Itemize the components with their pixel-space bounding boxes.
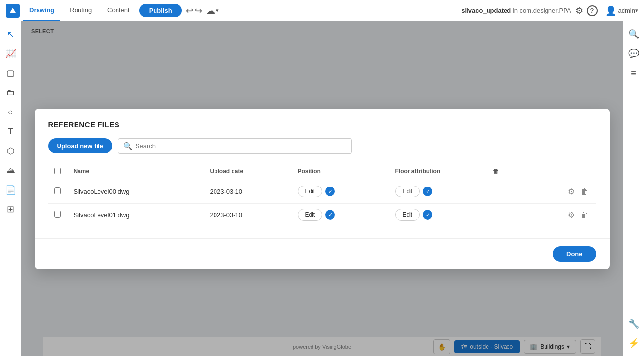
cloud-button[interactable]: ☁ ▾ bbox=[206, 5, 219, 16]
right-search-button[interactable]: 🔍 bbox=[625, 25, 643, 43]
row-floor-edit-0[interactable]: Edit bbox=[395, 186, 420, 197]
reference-files-modal: REFERENCE FILES Upload new file 🔍 bbox=[35, 109, 610, 269]
cloud-dropdown-icon: ▾ bbox=[216, 7, 219, 14]
sidebar-rect-tool[interactable]: ▢ bbox=[2, 64, 20, 82]
table-row: SilvacoLevel01.dwg 2023-03-10 Edit ✓ Edi… bbox=[48, 203, 596, 226]
sidebar-circle-tool[interactable]: ○ bbox=[2, 103, 20, 121]
row-settings-button-0[interactable]: ⚙ bbox=[566, 185, 577, 198]
folder-icon: 🗀 bbox=[6, 88, 15, 98]
row-floor-edit-1[interactable]: Edit bbox=[395, 209, 420, 221]
redo-button[interactable]: ↪ bbox=[195, 5, 202, 16]
position-check-icon-0: ✓ bbox=[325, 187, 335, 196]
row-name-1: SilvacoLevel01.dwg bbox=[68, 203, 204, 226]
cube-icon: ⬡ bbox=[7, 146, 15, 156]
project-settings-button[interactable]: ⚙ bbox=[575, 5, 583, 16]
search-icon: 🔍 bbox=[123, 142, 133, 150]
upload-new-file-button[interactable]: Upload new file bbox=[48, 138, 112, 153]
position-check-icon-1: ✓ bbox=[325, 210, 335, 220]
tab-drawing[interactable]: Drawing bbox=[23, 0, 60, 21]
sidebar-landscape-tool[interactable]: ⛰ bbox=[2, 162, 20, 179]
row-date-0: 2023-03-10 bbox=[204, 180, 292, 203]
header-trash-icon: 🗑 bbox=[493, 168, 499, 175]
user-icon: 👤 bbox=[605, 5, 616, 16]
sidebar-cursor-tool[interactable]: ↖ bbox=[2, 25, 20, 43]
header-floor-attribution: Floor attribution bbox=[390, 164, 487, 180]
right-wrench-button[interactable]: 🔧 bbox=[625, 315, 643, 333]
left-sidebar: ↖ 📈 ▢ 🗀 ○ T ⬡ ⛰ 📄 ⊞ bbox=[0, 21, 21, 356]
row-position-1: Edit ✓ bbox=[292, 203, 390, 226]
project-info: silvaco_updated in com.designer.PPA bbox=[461, 7, 571, 14]
undo-button[interactable]: ↩ bbox=[186, 5, 193, 16]
row-checkbox-0[interactable] bbox=[54, 187, 61, 194]
rect-icon: ▢ bbox=[6, 68, 15, 78]
sidebar-folder-tool[interactable]: 🗀 bbox=[2, 84, 20, 101]
search-box: 🔍 bbox=[118, 138, 352, 154]
modal-footer: Done bbox=[35, 238, 610, 269]
modal-overlay: REFERENCE FILES Upload new file 🔍 bbox=[21, 21, 623, 356]
text-icon: T bbox=[8, 127, 13, 136]
topbar: Drawing Routing Content Publish ↩ ↪ ☁ ▾ … bbox=[0, 0, 644, 21]
right-wrench-icon: 🔧 bbox=[628, 319, 639, 329]
header-position: Position bbox=[292, 164, 390, 180]
modal-body: REFERENCE FILES Upload new file 🔍 bbox=[35, 109, 610, 238]
right-list-button[interactable]: ≡ bbox=[625, 64, 643, 82]
reference-files-table: Name Upload date Position Floor attribut… bbox=[48, 164, 596, 226]
row-delete-icon-1: 🗑 bbox=[581, 211, 588, 219]
row-floor-1: Edit ✓ bbox=[390, 203, 487, 226]
cloud-icon: ☁ bbox=[206, 5, 215, 16]
row-delete-icon-0: 🗑 bbox=[581, 187, 588, 196]
user-menu-button[interactable]: 👤 admin ▾ bbox=[605, 5, 638, 16]
right-sidebar: 🔍 💬 ≡ 🔧 ⚡ bbox=[623, 21, 644, 356]
row-delete-button-1[interactable]: 🗑 bbox=[579, 209, 590, 222]
row-position-edit-1[interactable]: Edit bbox=[298, 209, 323, 221]
header-name: Name bbox=[68, 164, 204, 180]
modal-toolbar: Upload new file 🔍 bbox=[48, 138, 596, 154]
doc-icon: 📄 bbox=[5, 185, 16, 195]
search-input[interactable] bbox=[136, 142, 347, 150]
sidebar-layers-tool[interactable]: ⊞ bbox=[2, 201, 20, 218]
sidebar-3d-tool[interactable]: ⬡ bbox=[2, 142, 20, 160]
right-chat-button[interactable]: 💬 bbox=[625, 45, 643, 62]
row-delete-button-0[interactable]: 🗑 bbox=[579, 186, 590, 198]
done-button[interactable]: Done bbox=[553, 246, 596, 262]
row-position-edit-0[interactable]: Edit bbox=[298, 186, 323, 197]
row-position-0: Edit ✓ bbox=[292, 180, 390, 203]
table-row: SilvacoLevel00.dwg 2023-03-10 Edit ✓ Edi… bbox=[48, 180, 596, 203]
select-all-checkbox[interactable] bbox=[54, 168, 61, 174]
cursor-icon: ↖ bbox=[7, 29, 14, 39]
right-search-icon: 🔍 bbox=[628, 29, 639, 39]
floor-check-icon-0: ✓ bbox=[423, 187, 432, 196]
row-checkbox-cell-0 bbox=[48, 180, 68, 203]
row-checkbox-1[interactable] bbox=[54, 211, 61, 218]
layers-icon: ⊞ bbox=[7, 204, 14, 215]
settings-icon: ⚙ bbox=[575, 5, 583, 16]
landscape-icon: ⛰ bbox=[6, 166, 15, 176]
project-name: silvaco_updated bbox=[461, 7, 511, 14]
row-date-1: 2023-03-10 bbox=[204, 203, 292, 226]
app-logo bbox=[6, 4, 20, 18]
modal-title: REFERENCE FILES bbox=[48, 120, 596, 129]
table-header-row: Name Upload date Position Floor attribut… bbox=[48, 164, 596, 180]
sidebar-text-tool[interactable]: T bbox=[2, 123, 20, 140]
row-name-0: SilvacoLevel00.dwg bbox=[68, 180, 204, 203]
publish-button[interactable]: Publish bbox=[139, 4, 182, 17]
header-upload-date: Upload date bbox=[204, 164, 292, 180]
tab-content[interactable]: Content bbox=[101, 0, 136, 21]
user-label: admin bbox=[618, 7, 635, 14]
row-floor-0: Edit ✓ bbox=[390, 180, 487, 203]
sidebar-doc-tool[interactable]: 📄 bbox=[2, 181, 20, 199]
right-lightning-button[interactable]: ⚡ bbox=[625, 335, 643, 352]
row-settings-icon-0: ⚙ bbox=[568, 187, 575, 196]
header-checkbox-cell bbox=[48, 164, 68, 180]
tab-routing[interactable]: Routing bbox=[64, 0, 98, 21]
help-button[interactable]: ? bbox=[587, 5, 598, 16]
floor-check-icon-1: ✓ bbox=[423, 210, 432, 220]
row-checkbox-cell-1 bbox=[48, 203, 68, 226]
svg-marker-0 bbox=[10, 8, 16, 13]
sidebar-analytics-tool[interactable]: 📈 bbox=[2, 45, 20, 62]
row-settings-button-1[interactable]: ⚙ bbox=[566, 208, 577, 222]
right-list-icon: ≡ bbox=[631, 68, 636, 78]
project-context: in com.designer.PPA bbox=[513, 7, 571, 14]
main-area: SELECT REFERENCE FILES Upload new file 🔍 bbox=[21, 21, 623, 356]
row-actions-0: ⚙ 🗑 bbox=[487, 180, 596, 203]
